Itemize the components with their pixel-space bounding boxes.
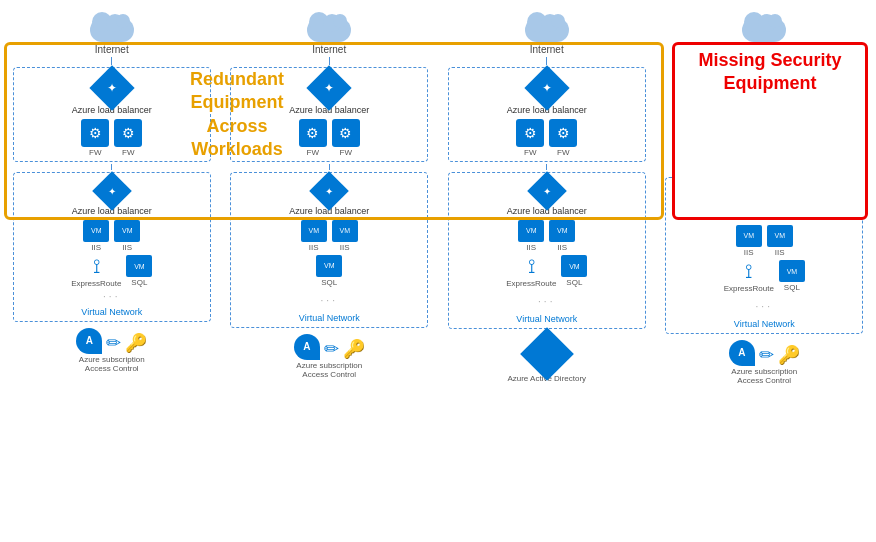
fw-label-1b: FW (122, 148, 134, 157)
azure-icon-2: A (294, 334, 320, 360)
iis-label-4b: IIS (775, 248, 785, 257)
er-1: ⟟ ExpressRoute (71, 255, 121, 288)
diagram: Missing Security Equipment Redundant Equ… (0, 0, 876, 542)
er-icon-1: ⟟ (93, 255, 100, 278)
sql-2: VM SQL (316, 255, 342, 287)
er-icon-4: ⟟ (745, 260, 752, 283)
sql-label-2: SQL (321, 278, 337, 287)
er-label-3: ExpressRoute (506, 279, 556, 288)
fw-icon-2a: ⚙ (299, 119, 327, 147)
vm-icon-2b: VM (332, 220, 358, 242)
sql-3: VM SQL (561, 255, 587, 287)
column-1: Internet ✦ Azure load balancer ⚙ FW (4, 6, 220, 536)
vnet-label-4: Virtual Network (734, 319, 795, 329)
vm-row-1: VM IIS VM IIS (83, 220, 140, 252)
missing-security-box: Missing Security Equipment (672, 42, 868, 220)
dots-4: ··· (756, 296, 773, 314)
cloud-3: Internet (521, 6, 573, 55)
fw-row-3: ⚙ FW ⚙ FW (516, 119, 577, 157)
iis-label-1b: IIS (122, 243, 132, 252)
fw-icon-2b: ⚙ (332, 119, 360, 147)
azure-icon-4: A (729, 340, 755, 366)
vnet-label-3: Virtual Network (516, 314, 577, 324)
lb-3: ✦ Azure load balancer (507, 72, 587, 116)
lb-icon-1: ✦ (107, 81, 117, 95)
lb-mid-3: ✦ Azure load balancer (507, 177, 587, 217)
cloud-3-label: Internet (530, 44, 564, 55)
cloud-1-label: Internet (95, 44, 129, 55)
fw-3b: ⚙ FW (549, 119, 577, 157)
iis-label-2b: IIS (340, 243, 350, 252)
azure-sub-label-4: Azure subscription Access Control (731, 367, 797, 385)
fw-1b: ⚙ FW (114, 119, 142, 157)
lb-mid-1: ✦ Azure load balancer (72, 177, 152, 217)
cloud-2: Internet (303, 6, 355, 55)
iis-vm-1b: VM IIS (114, 220, 140, 252)
lb-icon-3: ✦ (542, 81, 552, 95)
vline-col2-2 (329, 164, 330, 170)
azure-sub-4: A ✏ 🔑 Azure subscription Access Control (729, 340, 800, 385)
mid-box-2: ✦ Azure load balancer VM IIS VM IIS VM (230, 172, 428, 328)
lb-mid-icon-1: ✦ (108, 185, 116, 196)
cloud-2-label: Internet (312, 44, 346, 55)
mid-box-3: ✦ Azure load balancer VM IIS VM IIS (448, 172, 646, 329)
er-label-4: ExpressRoute (724, 284, 774, 293)
iis-label-2a: IIS (309, 243, 319, 252)
sql-label-3: SQL (566, 278, 582, 287)
pencil-icon-4: ✏ (759, 344, 774, 366)
pencil-icon-1: ✏ (106, 332, 121, 354)
key-icon-2: 🔑 (343, 338, 365, 360)
vm-icon-1a: VM (83, 220, 109, 242)
vm-icon-3a: VM (518, 220, 544, 242)
fw-icon-3b: ⚙ (549, 119, 577, 147)
sql-4: VM SQL (779, 260, 805, 292)
azure-icon-1: A (76, 328, 102, 354)
vm-row-3: VM IIS VM IIS (518, 220, 575, 252)
missing-security-label: Missing Security Equipment (675, 49, 865, 96)
vline-col2-1 (329, 57, 330, 65)
vm-row-4: VM IIS VM IIS (736, 225, 793, 257)
vline-2 (111, 164, 112, 170)
fw-2a: ⚙ FW (299, 119, 327, 157)
fw-label-2a: FW (307, 148, 319, 157)
key-icon-1: 🔑 (125, 332, 147, 354)
sql-icon-1: VM (126, 255, 152, 277)
active-dir-3: Azure Active Directory (507, 335, 586, 383)
iis-vm-2a: VM IIS (301, 220, 327, 252)
top-box-3: ✦ Azure load balancer ⚙ FW ⚙ FW (448, 67, 646, 162)
vnet-label-1: Virtual Network (81, 307, 142, 317)
er-sql-row-4: ⟟ ExpressRoute VM SQL (724, 260, 805, 293)
top-box-2: ✦ Azure load balancer ⚙ FW ⚙ FW (230, 67, 428, 162)
fw-label-3b: FW (557, 148, 569, 157)
iis-vm-1a: VM IIS (83, 220, 109, 252)
vline-col3-2 (546, 164, 547, 170)
vline-col3-1 (546, 57, 547, 65)
lb-icon-2: ✦ (324, 81, 334, 95)
bottom-icons-4: A ✏ 🔑 Azure subscription Access Control (729, 340, 800, 385)
sql-icon-4: VM (779, 260, 805, 282)
top-box-1: ✦ Azure load balancer ⚙ FW ⚙ FW (13, 67, 211, 162)
iis-vm-4a: VM IIS (736, 225, 762, 257)
fw-label-1a: FW (89, 148, 101, 157)
er-icon-3: ⟟ (528, 255, 535, 278)
vm-icon-1b: VM (114, 220, 140, 242)
vm-icon-2a: VM (301, 220, 327, 242)
er-4: ⟟ ExpressRoute (724, 260, 774, 293)
cloud-1: Internet (86, 6, 138, 55)
fw-3a: ⚙ FW (516, 119, 544, 157)
column-3: Internet ✦ Azure load balancer ⚙ FW ⚙ (439, 6, 655, 536)
mid-box-1: ✦ Azure load balancer VM IIS VM IIS (13, 172, 211, 322)
fw-row-1: ⚙ FW ⚙ FW (81, 119, 142, 157)
bottom-icons-1: A ✏ 🔑 Azure subscription Access Control (76, 328, 147, 373)
er-label-1: ExpressRoute (71, 279, 121, 288)
iis-label-3b: IIS (557, 243, 567, 252)
fw-icon-3a: ⚙ (516, 119, 544, 147)
pencil-icon-2: ✏ (324, 338, 339, 360)
fw-icon-1b: ⚙ (114, 119, 142, 147)
vm-icon-4b: VM (767, 225, 793, 247)
lb-mid-icon-3: ✦ (543, 185, 551, 196)
iis-vm-3b: VM IIS (549, 220, 575, 252)
fw-row-2: ⚙ FW ⚙ FW (299, 119, 360, 157)
bottom-icons-2: A ✏ 🔑 Azure subscription Access Control (294, 334, 365, 379)
vnet-label-2: Virtual Network (299, 313, 360, 323)
